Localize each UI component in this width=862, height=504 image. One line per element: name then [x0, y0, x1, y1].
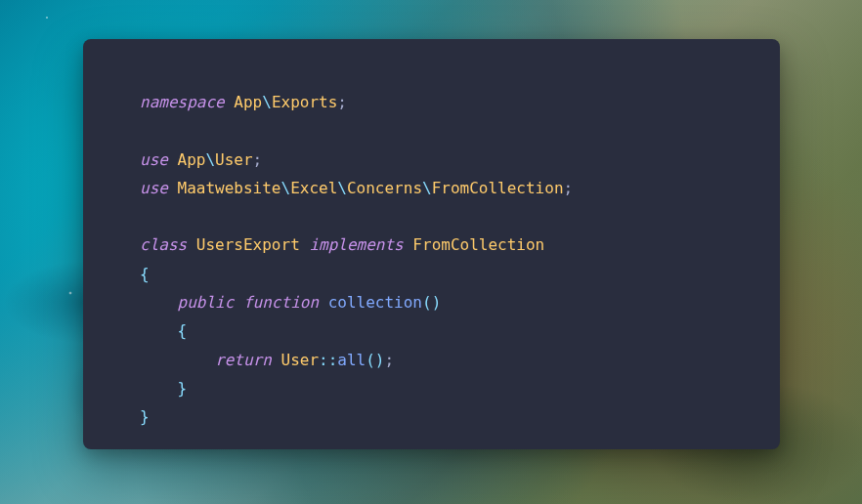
- code-token: [140, 321, 178, 340]
- code-line: use Maatwebsite\Excel\Concerns\FromColle…: [140, 174, 723, 202]
- code-token: Excel: [290, 179, 337, 197]
- code-snippet-card: namespace App\Exports; use App\User;use …: [83, 39, 780, 449]
- code-token: ;: [384, 351, 394, 369]
- code-token: User: [215, 150, 253, 169]
- code-token: App: [234, 93, 262, 111]
- code-token: FromCollection: [432, 179, 564, 197]
- code-token: Exports: [272, 93, 337, 111]
- code-token: ::: [319, 351, 337, 369]
- code-token: {: [178, 321, 188, 340]
- code-token: {: [140, 265, 150, 283]
- code-token: UsersExport: [196, 235, 310, 254]
- code-line: public function collection(): [140, 288, 723, 316]
- code-line: [140, 116, 723, 145]
- code-token: [140, 379, 178, 398]
- code-token: ;: [253, 150, 263, 169]
- code-line: }: [140, 402, 723, 431]
- code-token: use: [140, 150, 178, 169]
- code-token: (): [366, 351, 384, 369]
- code-token: [140, 293, 178, 312]
- code-token: return: [215, 351, 280, 369]
- code-line: namespace App\Exports;: [140, 88, 723, 116]
- code-token: \: [422, 179, 432, 197]
- code-token: }: [140, 407, 150, 426]
- code-line: {: [140, 260, 723, 288]
- code-token: public: [178, 293, 243, 312]
- code-line: return User::all();: [140, 346, 723, 374]
- code-token: namespace: [140, 93, 234, 111]
- code-token: App: [178, 150, 206, 169]
- code-token: class: [140, 235, 196, 254]
- code-token: ;: [337, 93, 347, 111]
- code-token: ;: [564, 179, 574, 197]
- code-token: Concerns: [347, 179, 422, 197]
- code-line: use App\User;: [140, 146, 723, 174]
- code-line: }: [140, 374, 723, 402]
- code-token: all: [337, 351, 366, 369]
- code-token: User: [281, 351, 320, 369]
- code-line: {: [140, 316, 723, 345]
- code-block: namespace App\Exports; use App\User;use …: [140, 88, 723, 432]
- code-token: \: [281, 179, 291, 197]
- code-token: [140, 351, 215, 369]
- code-token: }: [178, 379, 188, 398]
- code-line: class UsersExport implements FromCollect…: [140, 231, 723, 259]
- code-token: Maatwebsite: [178, 179, 281, 197]
- code-token: implements: [309, 235, 412, 254]
- code-token: collection: [328, 293, 422, 312]
- code-token: function: [243, 293, 328, 312]
- code-token: (): [422, 293, 441, 312]
- code-token: \: [337, 179, 347, 197]
- code-token: \: [262, 93, 272, 111]
- code-token: use: [140, 179, 178, 197]
- code-token: \: [205, 150, 215, 169]
- code-token: FromCollection: [412, 235, 544, 254]
- code-line: [140, 202, 723, 231]
